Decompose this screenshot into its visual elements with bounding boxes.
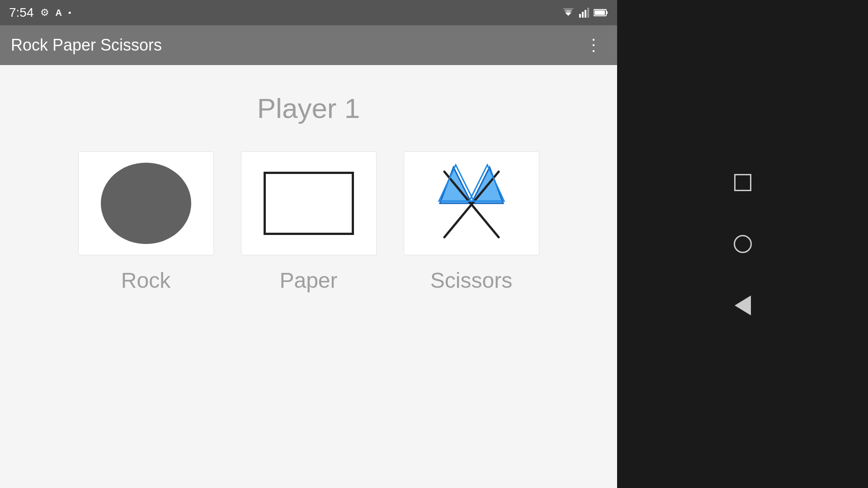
svg-rect-6 bbox=[587, 8, 589, 18]
settings-icon: ⚙ bbox=[40, 7, 49, 19]
svg-rect-4 bbox=[582, 12, 584, 18]
time-display: 7:54 bbox=[9, 5, 34, 20]
app-title: Rock Paper Scissors bbox=[11, 36, 162, 55]
rock-label: Rock bbox=[121, 268, 170, 293]
signal-icon bbox=[579, 8, 589, 18]
home-button[interactable] bbox=[730, 231, 755, 257]
rock-choice[interactable]: Rock bbox=[78, 151, 214, 293]
overflow-menu-button[interactable]: ⋮ bbox=[582, 32, 606, 58]
status-right bbox=[562, 8, 608, 18]
status-left: 7:54 ⚙ A ▪ bbox=[9, 5, 71, 20]
back-icon bbox=[735, 296, 751, 315]
rock-icon bbox=[101, 163, 191, 244]
recent-apps-button[interactable] bbox=[730, 170, 755, 195]
phone-area: 7:54 ⚙ A ▪ bbox=[0, 0, 617, 488]
rock-card[interactable] bbox=[78, 151, 214, 255]
status-bar: 7:54 ⚙ A ▪ bbox=[0, 0, 617, 25]
paper-label: Paper bbox=[279, 268, 337, 293]
scissors-label: Scissors bbox=[430, 268, 512, 293]
content-area: Player 1 Rock Paper bbox=[0, 65, 617, 488]
svg-rect-9 bbox=[594, 10, 605, 15]
back-button[interactable] bbox=[730, 293, 755, 318]
home-icon bbox=[734, 235, 752, 253]
scissors-card[interactable] bbox=[404, 151, 539, 255]
wifi-icon bbox=[562, 8, 575, 18]
scissors-icon bbox=[422, 158, 521, 249]
svg-rect-8 bbox=[606, 11, 608, 14]
sd-card-icon: ▪ bbox=[68, 8, 71, 18]
app-bar: Rock Paper Scissors ⋮ bbox=[0, 25, 617, 65]
text-icon: A bbox=[56, 8, 62, 18]
svg-rect-3 bbox=[579, 14, 581, 18]
svg-rect-5 bbox=[585, 10, 586, 18]
paper-choice[interactable]: Paper bbox=[241, 151, 377, 293]
svg-marker-2 bbox=[562, 8, 574, 12]
nav-bar bbox=[617, 0, 868, 488]
scissors-choice[interactable]: Scissors bbox=[404, 151, 539, 293]
recent-apps-icon bbox=[734, 174, 751, 191]
choices-row: Rock Paper bbox=[78, 151, 539, 293]
battery-icon bbox=[594, 9, 608, 17]
paper-icon bbox=[264, 172, 354, 235]
paper-card[interactable] bbox=[241, 151, 377, 255]
player-label: Player 1 bbox=[257, 92, 360, 124]
